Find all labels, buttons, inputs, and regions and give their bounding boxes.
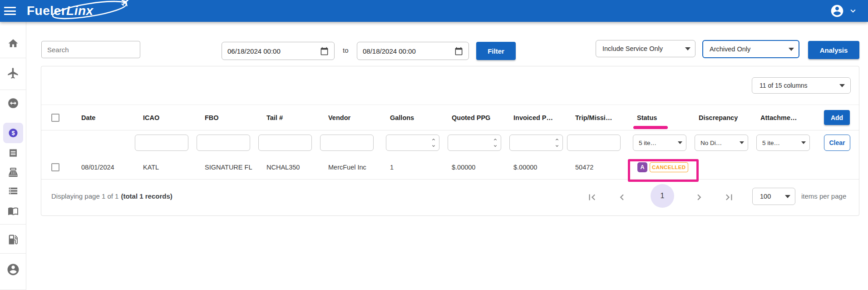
cell-fbo: SIGNATURE FL (197, 164, 258, 171)
svg-text:$: $ (11, 130, 15, 136)
filter-button[interactable]: Filter (476, 42, 516, 60)
date-from-value: 06/18/2024 00:00 (227, 47, 320, 55)
previous-page-button[interactable] (616, 191, 628, 203)
chevron-down-icon[interactable] (493, 143, 498, 149)
search-input[interactable] (41, 41, 140, 58)
column-header-attachments[interactable]: Attachme… (752, 114, 814, 121)
chevron-down-icon[interactable] (848, 6, 858, 16)
sidebar-divider (0, 224, 26, 225)
cell-vendor: MercFuel Inc (320, 164, 382, 171)
sidebar-divider (0, 90, 26, 90)
sidebar-item-list[interactable] (8, 186, 18, 196)
sidebar-item-logbook[interactable] (8, 205, 19, 216)
sidebar-item-flights[interactable] (7, 67, 20, 80)
service-only-dropdown[interactable]: Include Service Only (596, 40, 695, 57)
caret-down-icon (685, 47, 690, 50)
number-stepper[interactable] (493, 137, 498, 149)
column-header-invoiced-ppg[interactable]: Invoiced P… (505, 114, 567, 121)
table-filter-row: 5 ite… No Di… 5 ite… Clear (41, 130, 859, 155)
caret-down-icon (801, 141, 806, 144)
sidebar-item-swap[interactable] (7, 97, 19, 109)
calendar-icon[interactable] (320, 47, 329, 55)
current-page-indicator[interactable]: 1 (651, 184, 674, 208)
point-of-sale-icon (8, 167, 19, 178)
sidebar-item-fuel-purchases[interactable]: $ (8, 128, 18, 138)
column-header-quoted-ppg[interactable]: Quoted PPG (444, 114, 505, 121)
add-button[interactable]: Add (824, 110, 850, 125)
cell-date: 08/01/2024 (73, 164, 135, 171)
caret-down-icon (789, 48, 794, 51)
number-stepper[interactable] (554, 137, 560, 149)
chevron-right-icon (693, 191, 705, 203)
filter-status-dropdown[interactable]: 5 ite… (633, 135, 686, 151)
chevron-down-icon[interactable] (431, 143, 436, 149)
sidebar-item-account[interactable] (6, 263, 20, 276)
column-header-tail[interactable]: Tail # (258, 114, 320, 121)
filter-input-icao[interactable] (135, 135, 188, 151)
filter-discrepancy-dropdown[interactable]: No Di… (695, 135, 748, 151)
chevron-up-icon[interactable] (554, 137, 560, 142)
last-page-button[interactable] (723, 191, 735, 203)
cell-icao: KATL (135, 164, 197, 171)
next-page-button[interactable] (693, 191, 705, 203)
archived-only-dropdown[interactable]: Archived Only (702, 40, 799, 58)
caret-down-icon (740, 141, 744, 144)
receipt-icon (8, 148, 18, 158)
filter-input-trip-mission[interactable] (567, 135, 621, 151)
select-all-checkbox[interactable] (51, 114, 59, 122)
clear-filters-button[interactable]: Clear (824, 135, 850, 151)
person-circle-icon (6, 263, 20, 276)
filter-attachments-dropdown[interactable]: 5 ite… (756, 135, 810, 151)
account-circle-icon[interactable] (830, 4, 844, 18)
calendar-icon[interactable] (454, 47, 463, 55)
column-header-date[interactable]: Date (73, 114, 135, 121)
logo-text-linx: Linx (66, 4, 94, 18)
gas-pump-icon (7, 233, 20, 246)
menu-icon[interactable] (4, 7, 16, 15)
home-icon (7, 38, 19, 49)
column-header-trip-mission[interactable]: Trip/Missi… (567, 114, 629, 121)
column-header-discrepancy[interactable]: Discrepancy (690, 114, 752, 121)
column-header-gallons[interactable]: Gallons (382, 114, 444, 121)
sidebar-item-gas-station[interactable] (7, 233, 20, 246)
columns-visibility-dropdown[interactable]: 11 of 15 columns (752, 77, 851, 94)
analysis-button[interactable]: Analysis (808, 41, 859, 59)
table-header-row: Date ICAO FBO Tail # Vendor Gallons Quot… (41, 105, 859, 130)
date-from-input[interactable]: 06/18/2024 00:00 (222, 42, 335, 60)
chevron-down-icon[interactable] (554, 143, 560, 149)
date-to-value: 08/18/2024 00:00 (363, 47, 454, 55)
table-toolbar: 11 of 15 columns (41, 66, 859, 105)
page-size-dropdown[interactable]: 100 (752, 188, 795, 205)
number-stepper[interactable] (431, 137, 436, 149)
logo-text-fueler: Fueler (27, 4, 66, 18)
row-checkbox[interactable] (51, 163, 59, 171)
chevron-up-icon[interactable] (493, 137, 498, 142)
status-badge: CANCELLED (650, 162, 688, 172)
sidebar-item-home[interactable] (7, 38, 19, 49)
column-header-fbo[interactable]: FBO (197, 114, 258, 121)
filter-input-fbo[interactable] (197, 135, 250, 151)
first-page-button[interactable] (586, 191, 598, 203)
sidebar-item-receipts[interactable] (8, 148, 18, 158)
sidebar-nav: $ (0, 22, 26, 290)
cell-status: A CANCELLED (629, 162, 690, 172)
list-icon (8, 186, 18, 196)
pagination-summary: Displaying page 1 of 1(total 1 records) (51, 192, 173, 200)
sidebar-divider (0, 253, 26, 254)
filter-input-vendor[interactable] (320, 135, 374, 151)
column-header-status[interactable]: Status (629, 114, 690, 121)
open-book-icon (8, 205, 19, 216)
filter-input-tail[interactable] (258, 135, 312, 151)
column-header-icao[interactable]: ICAO (135, 114, 197, 121)
dollar-circle-icon: $ (8, 128, 18, 138)
date-to-input[interactable]: 08/18/2024 00:00 (357, 42, 469, 60)
sidebar-item-point-of-sale[interactable] (8, 167, 19, 178)
chevron-up-icon[interactable] (431, 137, 436, 142)
pagination-bar: Displaying page 1 of 1(total 1 records) … (41, 180, 859, 214)
cell-quoted-ppg: $.00000 (444, 164, 505, 171)
top-app-bar: FuelerLinx (0, 0, 868, 22)
cell-invoiced-ppg: $.00000 (505, 164, 567, 171)
main-content: 06/18/2024 00:00 to 08/18/2024 00:00 Fil… (26, 22, 868, 290)
table-row[interactable]: 08/01/2024 KATL SIGNATURE FL NCHAL350 Me… (41, 155, 859, 180)
column-header-vendor[interactable]: Vendor (320, 114, 382, 121)
